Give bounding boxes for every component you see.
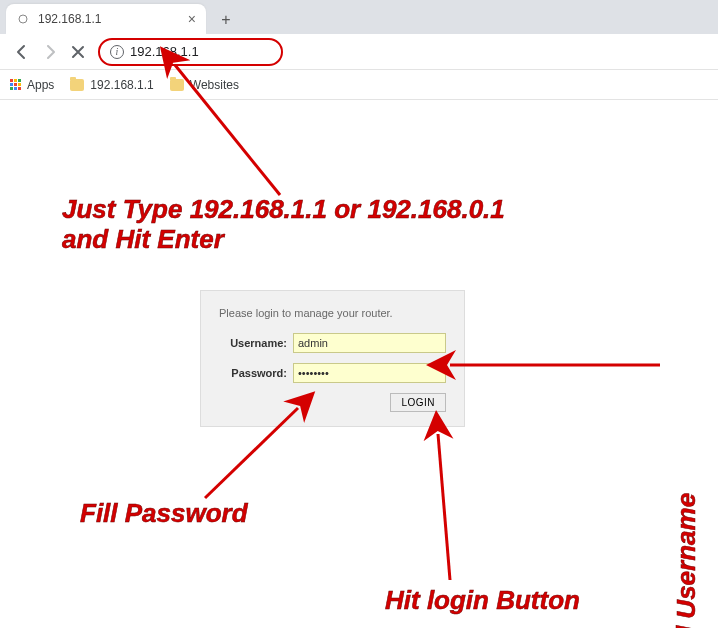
bookmark-item[interactable]: 192.168.1.1 bbox=[70, 78, 153, 92]
browser-tab[interactable]: 192.168.1.1 × bbox=[6, 4, 206, 34]
password-label: Password: bbox=[219, 367, 287, 379]
login-button-row: LOGIN bbox=[219, 393, 446, 412]
address-bar[interactable]: i 192.168.1.1 bbox=[98, 38, 283, 66]
tab-strip: 192.168.1.1 × + bbox=[0, 0, 718, 34]
svg-point-0 bbox=[19, 15, 27, 23]
bookmark-item[interactable]: Websites bbox=[170, 78, 239, 92]
password-input[interactable] bbox=[293, 363, 446, 383]
folder-icon bbox=[170, 79, 184, 91]
bookmarks-bar: Apps 192.168.1.1 Websites bbox=[0, 70, 718, 100]
browser-toolbar: i 192.168.1.1 bbox=[0, 34, 718, 70]
annotation-url-tip: Just Type 192.168.1.1 or 192.168.0.1 and… bbox=[62, 195, 505, 255]
tab-title: 192.168.1.1 bbox=[38, 12, 101, 26]
tab-favicon bbox=[16, 12, 30, 26]
bookmark-label: Websites bbox=[190, 78, 239, 92]
apps-button[interactable]: Apps bbox=[10, 78, 54, 92]
close-tab-icon[interactable]: × bbox=[188, 12, 196, 26]
folder-icon bbox=[70, 79, 84, 91]
password-row: Password: bbox=[219, 363, 446, 383]
svg-line-4 bbox=[438, 434, 450, 580]
apps-icon bbox=[10, 79, 21, 90]
username-input[interactable] bbox=[293, 333, 446, 353]
back-button[interactable] bbox=[11, 41, 33, 63]
annotation-fill-password: Fill Password bbox=[80, 499, 248, 529]
new-tab-button[interactable]: + bbox=[212, 6, 240, 34]
url-text: 192.168.1.1 bbox=[130, 44, 199, 59]
stop-button[interactable] bbox=[67, 41, 89, 63]
site-info-icon[interactable]: i bbox=[110, 45, 124, 59]
annotation-hit-login: Hit login Button bbox=[385, 586, 580, 616]
username-label: Username: bbox=[219, 337, 287, 349]
plus-icon: + bbox=[221, 11, 230, 29]
router-login-panel: Please login to manage your router. User… bbox=[200, 290, 465, 427]
login-button[interactable]: LOGIN bbox=[390, 393, 446, 412]
login-prompt: Please login to manage your router. bbox=[219, 307, 446, 319]
forward-button[interactable] bbox=[39, 41, 61, 63]
username-row: Username: bbox=[219, 333, 446, 353]
annotation-fill-username: Fill Username bbox=[672, 493, 702, 628]
bookmark-label: 192.168.1.1 bbox=[90, 78, 153, 92]
apps-label: Apps bbox=[27, 78, 54, 92]
